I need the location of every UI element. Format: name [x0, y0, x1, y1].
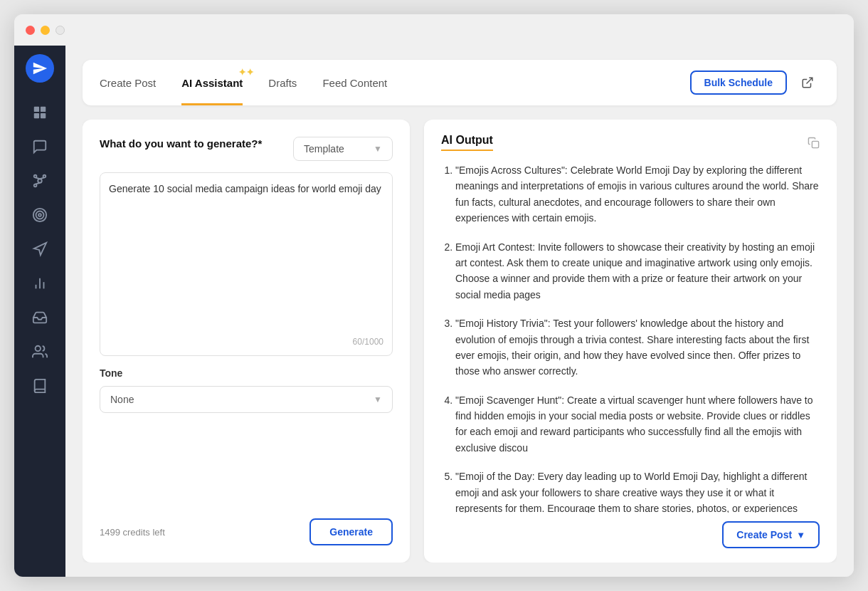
library-icon	[32, 378, 48, 394]
svg-rect-1	[41, 107, 46, 112]
generate-button[interactable]: Generate	[309, 518, 393, 545]
svg-rect-19	[812, 141, 818, 147]
sidebar-item-network[interactable]	[24, 165, 55, 197]
main-content: Create Post AI Assistant ✦✦ Drafts Feed …	[65, 46, 854, 577]
svg-point-4	[38, 179, 42, 183]
output-list-item: Emoji Art Contest: Invite followers to s…	[455, 239, 820, 303]
export-button[interactable]	[795, 70, 820, 95]
top-card-actions: Bulk Schedule	[690, 70, 820, 95]
textarea-wrap: 60/1000	[100, 172, 393, 356]
credits-text: 1499 credits left	[100, 527, 165, 538]
svg-rect-3	[41, 113, 46, 118]
sparkle-icon: ✦✦	[238, 67, 254, 78]
sidebar-item-target[interactable]	[24, 199, 55, 231]
create-post-chevron-icon: ▼	[796, 530, 805, 540]
dashboard-icon	[32, 105, 48, 120]
tab-create-post[interactable]: Create Post	[100, 60, 156, 105]
sidebar-logo[interactable]	[26, 54, 54, 83]
svg-point-13	[38, 214, 41, 216]
megaphone-icon	[32, 241, 48, 257]
output-list-item: "Emojis Across Cultures": Celebrate Worl…	[455, 162, 820, 226]
output-list-item: "Emoji History Trivia": Test your follow…	[455, 315, 820, 380]
minimize-button[interactable]	[41, 26, 50, 35]
sidebar-item-library[interactable]	[24, 370, 55, 402]
bulk-schedule-button[interactable]: Bulk Schedule	[690, 70, 787, 95]
template-chevron-icon: ▼	[374, 144, 382, 154]
svg-line-18	[807, 78, 813, 83]
ai-output-header: AI Output	[441, 134, 820, 151]
tab-ai-assistant[interactable]: AI Assistant ✦✦	[181, 60, 243, 105]
output-list-item: "Emoji of the Day: Every day leading up …	[455, 469, 820, 513]
sidebar-item-campaigns[interactable]	[24, 234, 55, 265]
tone-chevron-icon: ▼	[374, 394, 382, 404]
output-list-item: "Emoji Scavenger Hunt": Create a virtual…	[455, 392, 820, 456]
create-post-button[interactable]: Create Post ▼	[722, 521, 820, 548]
top-card: Create Post AI Assistant ✦✦ Drafts Feed …	[83, 60, 837, 105]
right-panel: AI Output "Emojis Across Cultures": Cele…	[424, 120, 837, 563]
sidebar-item-audience[interactable]	[24, 336, 55, 367]
close-button[interactable]	[26, 26, 35, 35]
app-window: Create Post AI Assistant ✦✦ Drafts Feed …	[14, 14, 854, 577]
left-panel-footer: 1499 credits left Generate	[100, 518, 393, 545]
titlebar	[14, 14, 854, 46]
char-count: 60/1000	[109, 337, 383, 347]
tabs: Create Post AI Assistant ✦✦ Drafts Feed …	[100, 60, 387, 105]
content-area: What do you want to generate?* Template …	[83, 120, 837, 563]
prompt-label: What do you want to generate?*	[100, 137, 262, 150]
analytics-icon	[32, 276, 48, 291]
svg-point-12	[36, 211, 44, 219]
copy-icon	[808, 137, 820, 149]
compose-icon	[32, 139, 48, 155]
inbox-icon	[32, 310, 48, 325]
tone-value: None	[110, 394, 134, 405]
prompt-textarea[interactable]	[109, 182, 383, 331]
template-dropdown-label: Template	[304, 143, 344, 155]
svg-point-17	[36, 346, 41, 351]
ai-output-title: AI Output	[441, 134, 493, 151]
svg-line-9	[36, 177, 40, 179]
tone-label: Tone	[100, 367, 393, 379]
fullscreen-button[interactable]	[55, 26, 65, 35]
audience-icon	[32, 344, 48, 360]
tab-feed-content[interactable]: Feed Content	[322, 60, 387, 105]
export-icon	[801, 76, 814, 89]
tone-dropdown[interactable]: None ▼	[100, 386, 393, 413]
sidebar-item-analytics[interactable]	[24, 268, 55, 299]
right-panel-footer: Create Post ▼	[441, 521, 820, 548]
tab-drafts[interactable]: Drafts	[268, 60, 297, 105]
sidebar-item-compose[interactable]	[24, 131, 55, 162]
svg-rect-2	[34, 113, 39, 118]
copy-button[interactable]	[808, 137, 820, 149]
target-icon	[32, 207, 48, 223]
svg-rect-0	[34, 107, 39, 112]
create-post-label: Create Post	[736, 529, 792, 540]
sidebar-item-inbox[interactable]	[24, 302, 55, 333]
sidebar-item-dashboard[interactable]	[24, 97, 55, 128]
template-dropdown[interactable]: Template ▼	[293, 137, 393, 161]
output-content: "Emojis Across Cultures": Celebrate Worl…	[441, 162, 820, 513]
app-body: Create Post AI Assistant ✦✦ Drafts Feed …	[14, 46, 854, 577]
svg-line-8	[40, 177, 44, 179]
left-panel: What do you want to generate?* Template …	[83, 120, 410, 563]
send-icon	[32, 61, 48, 76]
network-icon	[32, 173, 48, 189]
sidebar	[14, 46, 65, 577]
svg-line-10	[36, 183, 40, 184]
